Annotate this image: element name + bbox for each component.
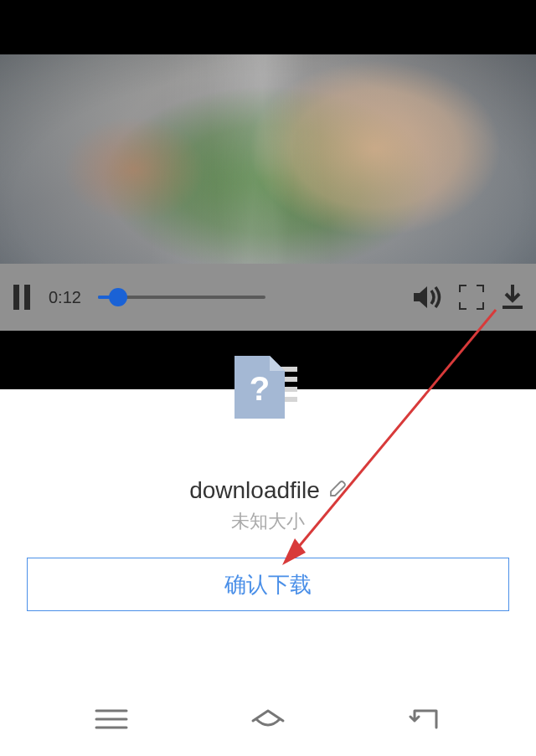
video-current-time: 0:12 (49, 288, 81, 307)
edit-icon[interactable] (328, 480, 347, 501)
download-icon[interactable] (501, 285, 524, 310)
video-player[interactable]: 0:12 (0, 54, 536, 331)
letterbox-top (0, 0, 536, 54)
confirm-download-label: 确认下载 (224, 570, 312, 599)
confirm-download-button[interactable]: 确认下载 (27, 558, 509, 611)
system-nav-bar (0, 685, 536, 756)
svg-rect-1 (24, 285, 30, 310)
pause-icon[interactable] (12, 285, 32, 310)
download-file-size: 未知大小 (231, 509, 305, 534)
svg-rect-0 (13, 285, 19, 310)
volume-icon[interactable] (414, 285, 442, 310)
download-file-name: downloadfile (189, 477, 320, 504)
video-progress-bar[interactable] (98, 296, 265, 299)
back-icon[interactable] (406, 706, 443, 736)
svg-rect-2 (502, 306, 523, 309)
video-progress-thumb[interactable] (109, 288, 127, 306)
download-sheet: ? downloadfile 未知大小 确认下载 (0, 389, 536, 674)
file-question-icon: ? (226, 356, 310, 431)
svg-text:?: ? (250, 370, 270, 407)
video-frame (0, 54, 536, 264)
fullscreen-icon[interactable] (459, 285, 484, 310)
menu-icon[interactable] (93, 706, 130, 736)
video-controls: 0:12 (0, 264, 536, 331)
home-icon[interactable] (248, 706, 288, 736)
